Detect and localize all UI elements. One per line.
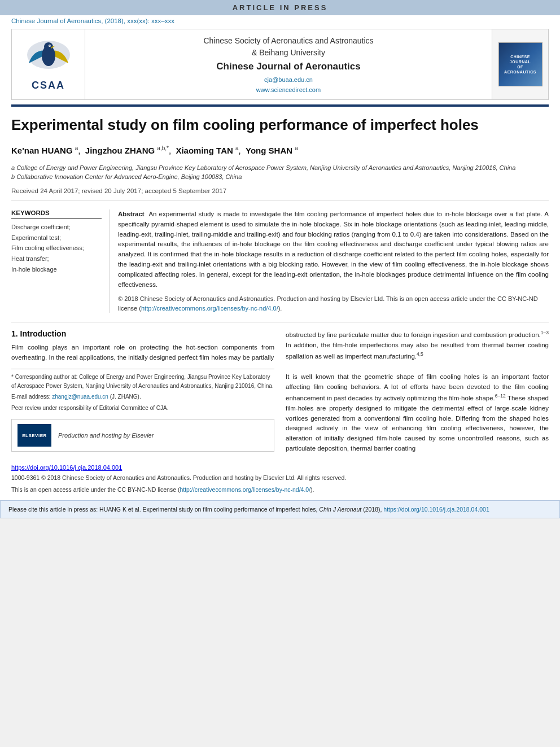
affiliations: a College of Energy and Power Engineerin… <box>11 163 549 182</box>
svg-point-5 <box>49 45 50 46</box>
body-col-left: 1. Introduction Film cooling plays an im… <box>11 329 274 454</box>
section-title-intro: 1. Introduction <box>11 329 274 338</box>
doi-link[interactable]: https://doi.org/10.1016/j.cja.2018.04.00… <box>11 464 122 471</box>
contact-links: cja@buaa.edu.cn www.sciencedirect.com <box>256 75 321 95</box>
affiliation-b: b Collaborative Innovation Center for Ad… <box>11 172 549 182</box>
elsevier-logo: ELSEVIER <box>18 424 51 447</box>
keyword-item: Experimental test; <box>11 233 102 243</box>
footnote-divider <box>11 369 274 369</box>
article-title: Experimental study on film cooling perfo… <box>11 116 549 135</box>
affiliation-a: a College of Energy and Power Engineerin… <box>11 163 549 173</box>
org-name-line1: Chinese Society of Aeronautics and Astro… <box>203 35 373 59</box>
body-two-col: 1. Introduction Film cooling plays an im… <box>11 329 549 454</box>
keywords-col: KEYWORDS Discharge coefficient; Experime… <box>11 209 110 313</box>
intro-left-para: Film cooling plays an important role on … <box>11 343 274 363</box>
abstract-text: Abstract An experimental study is made t… <box>118 209 549 290</box>
article-in-press-banner: ARTICLE IN PRESS <box>0 0 560 15</box>
website-link[interactable]: www.sciencedirect.com <box>256 85 321 95</box>
journal-ref-text: Chinese Journal of Aeronautics, (2018), … <box>11 18 174 24</box>
footnote-peer: Peer review under responsibility of Edit… <box>11 404 274 413</box>
copyright-text: © 2018 Chinese Society of Aeronautics an… <box>118 294 549 313</box>
authors-line: Ke'nan HUANG a, Jingzhou ZHANG a,b,*, Xi… <box>11 145 549 155</box>
abstract-label: Abstract <box>118 211 145 217</box>
doi-section: https://doi.org/10.1016/j.cja.2018.04.00… <box>11 464 549 495</box>
bottom-notice: Please cite this article in press as: HU… <box>0 500 560 518</box>
csaa-label: CSAA <box>32 80 65 91</box>
journal-ref-line: Chinese Journal of Aeronautics, (2018), … <box>0 15 560 27</box>
keywords-header: KEYWORDS <box>11 209 102 219</box>
keyword-item: Film cooling effectiveness; <box>11 243 102 254</box>
bottom-copyright-2: This is an open access article under the… <box>11 485 549 495</box>
header-center: Chinese Society of Aeronautics and Astro… <box>85 29 492 99</box>
csaa-bird-logo <box>23 38 74 77</box>
keywords-abstract-section: KEYWORDS Discharge coefficient; Experime… <box>11 209 549 313</box>
abstract-col: Abstract An experimental study is made t… <box>110 209 549 313</box>
footnote-email-link[interactable]: zhangjz@nuaa.edu.cn <box>52 394 108 400</box>
page: ARTICLE IN PRESS Chinese Journal of Aero… <box>0 0 560 518</box>
header-logo-left: CSAA <box>12 29 85 99</box>
cc-link[interactable]: http://creativecommons.org/licenses/by-n… <box>141 305 278 312</box>
section-divider <box>11 322 549 322</box>
bottom-cc-link[interactable]: http://creativecommons.org/licenses/by-n… <box>180 486 310 493</box>
keyword-list: Discharge coefficient; Experimental test… <box>11 222 102 274</box>
intro-right-para2: It is well known that the geometric shap… <box>286 372 549 454</box>
right-journal-cover: CHINESE JOURNAL OF AERONAUTICS <box>498 42 542 86</box>
elsevier-footer-box: ELSEVIER Production and hosting by Elsev… <box>11 419 274 452</box>
header-box: CSAA Chinese Society of Aeronautics and … <box>11 29 549 100</box>
journal-title: Chinese Journal of Aeronautics <box>216 61 360 72</box>
keyword-item: Discharge coefficient; <box>11 222 102 233</box>
keyword-item: Heat transfer; <box>11 254 102 264</box>
abstract-body: An experimental study is made to investi… <box>118 211 549 288</box>
header-logo-right: CHINESE JOURNAL OF AERONAUTICS <box>492 29 548 99</box>
doi-line: https://doi.org/10.1016/j.cja.2018.04.00… <box>11 464 549 471</box>
footnote-email: E-mail address: zhangjz@nuaa.edu.cn (J. … <box>11 392 274 401</box>
footnote-star: * Corresponding author at: College of En… <box>11 373 274 390</box>
main-content: Experimental study on film cooling perfo… <box>0 116 560 495</box>
received-line: Received 24 April 2017; revised 20 July … <box>11 187 549 200</box>
intro-right-para1: obstructed by fine particulate matter du… <box>286 329 549 361</box>
keyword-item: In-hole blockage <box>11 264 102 275</box>
email-link[interactable]: cja@buaa.edu.cn <box>256 75 321 85</box>
body-col-right: obstructed by fine particulate matter du… <box>286 329 549 454</box>
elsevier-caption: Production and hosting by Elsevier <box>58 432 154 439</box>
bottom-copyright-1: 1000-9361 © 2018 Chinese Society of Aero… <box>11 473 549 483</box>
bottom-doi-link[interactable]: https://doi.org/10.1016/j.cja.2018.04.00… <box>383 506 489 513</box>
thick-rule <box>11 104 549 107</box>
banner-text: ARTICLE IN PRESS <box>233 3 328 12</box>
